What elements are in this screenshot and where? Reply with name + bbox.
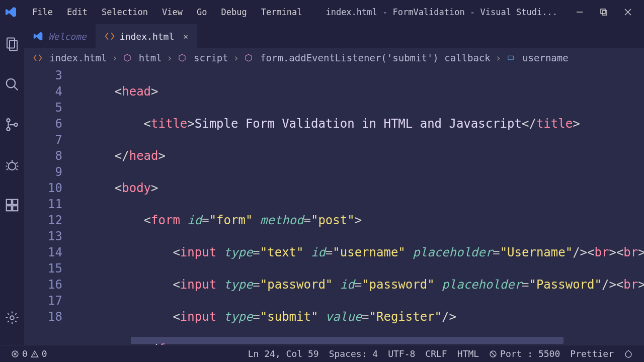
menu-selection[interactable]: Selection — [95, 7, 155, 17]
svg-point-11 — [14, 123, 17, 126]
breadcrumb-item[interactable]: index.html — [49, 52, 107, 63]
breadcrumb[interactable]: index.html › html › script › form.addEve… — [24, 48, 644, 67]
debug-icon[interactable] — [0, 152, 24, 178]
svg-line-8 — [14, 86, 18, 90]
svg-rect-5 — [7, 38, 15, 48]
symbol-variable-icon — [506, 53, 515, 62]
status-encoding[interactable]: UTF-8 — [383, 348, 420, 359]
tab-welcome[interactable]: Welcome — [24, 24, 96, 48]
menu-terminal[interactable]: Terminal — [254, 7, 309, 17]
editor-content[interactable]: <head> <title>Simple Form Validation in … — [77, 67, 644, 345]
status-errors[interactable]: 0 0 — [6, 348, 52, 359]
svg-line-26 — [491, 352, 495, 356]
svg-rect-13 — [7, 200, 12, 205]
svg-point-7 — [7, 79, 16, 88]
status-cursor[interactable]: Ln 24, Col 59 — [243, 348, 324, 359]
menu-edit[interactable]: Edit — [60, 7, 95, 17]
tab-label: Welcome — [48, 31, 87, 42]
maximize-button[interactable] — [592, 0, 616, 24]
editor-tabs: Welcome index.html ✕ ••• — [24, 24, 644, 48]
close-button[interactable] — [616, 0, 640, 24]
svg-rect-16 — [13, 206, 18, 211]
close-icon[interactable]: ✕ — [183, 32, 188, 41]
settings-icon[interactable] — [0, 305, 24, 331]
menu-view[interactable]: View — [155, 7, 190, 17]
vscode-icon — [33, 31, 43, 41]
symbol-module-icon — [178, 53, 187, 62]
html-file-icon — [105, 31, 115, 41]
menu-debug[interactable]: Debug — [214, 7, 254, 17]
svg-point-17 — [10, 316, 14, 320]
explorer-icon[interactable] — [0, 31, 24, 57]
status-language[interactable]: HTML — [452, 348, 484, 359]
symbol-module-icon — [123, 53, 132, 62]
tab-label: index.html — [120, 31, 174, 42]
editor-area: Welcome index.html ✕ ••• index.html › ht… — [24, 24, 644, 345]
menu-go[interactable]: Go — [190, 7, 214, 17]
window-title: index.html - FormValidation - Visual Stu… — [326, 7, 557, 17]
svg-point-10 — [7, 128, 10, 131]
search-icon[interactable] — [0, 71, 24, 98]
status-indent[interactable]: Spaces: 4 — [324, 348, 383, 359]
breadcrumb-item[interactable]: html — [139, 52, 162, 63]
activity-bar — [0, 24, 24, 345]
breadcrumb-item[interactable]: username — [522, 52, 569, 63]
svg-rect-15 — [7, 206, 12, 211]
breadcrumb-item[interactable]: form.addEventListener('submit') callback — [260, 52, 491, 63]
menu-file[interactable]: File — [25, 7, 60, 17]
html-file-icon — [33, 53, 42, 62]
breadcrumb-item[interactable]: script — [194, 52, 228, 63]
minimize-button[interactable] — [568, 0, 592, 24]
extensions-icon[interactable] — [0, 192, 24, 218]
line-number-gutter[interactable]: 3 4 5 6 7 8 9 10 11 12 13 14 15 16 17 18 — [24, 67, 77, 345]
svg-rect-2 — [602, 11, 607, 15]
svg-point-9 — [7, 119, 10, 122]
svg-rect-1 — [601, 9, 605, 14]
status-feedback-icon[interactable] — [619, 349, 638, 358]
source-control-icon[interactable] — [0, 112, 24, 138]
svg-rect-14 — [13, 200, 18, 205]
tab-index-html[interactable]: index.html ✕ — [96, 24, 197, 48]
vscode-logo-icon — [4, 5, 18, 19]
symbol-method-icon — [244, 53, 253, 62]
status-live-server[interactable]: Port : 5500 — [484, 348, 565, 359]
svg-rect-6 — [10, 41, 17, 51]
svg-point-12 — [9, 162, 16, 170]
status-bar: 0 0 Ln 24, Col 59 Spaces: 4 UTF-8 CRLF H… — [0, 345, 644, 362]
status-formatter[interactable]: Prettier — [565, 348, 619, 359]
horizontal-scrollbar[interactable] — [131, 337, 564, 344]
title-bar: File Edit Selection View Go Debug Termin… — [0, 0, 644, 24]
status-eol[interactable]: CRLF — [420, 348, 452, 359]
svg-rect-20 — [508, 56, 514, 60]
